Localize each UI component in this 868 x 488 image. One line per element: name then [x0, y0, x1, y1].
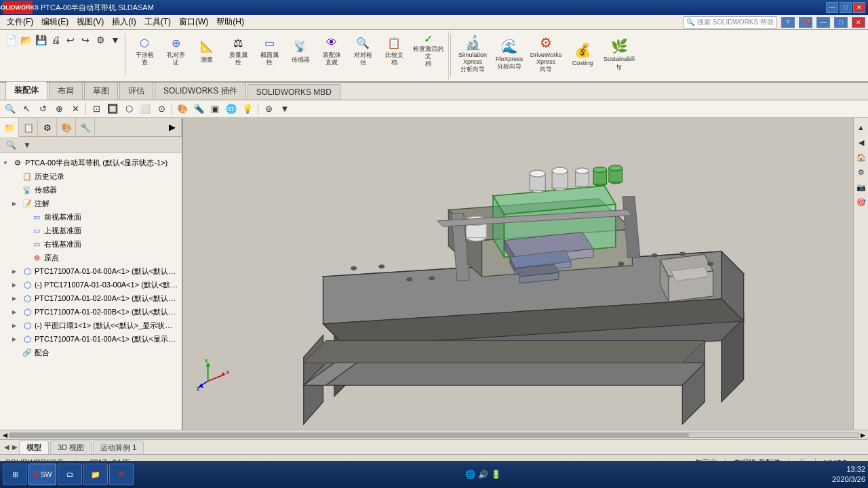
panel-filter-button[interactable]: 🔍	[4, 138, 18, 152]
sensors-button[interactable]: 📡 传感器	[285, 33, 315, 68]
tree-item-right-plane[interactable]: ▭ 右视基准面	[0, 237, 182, 251]
help-search-box[interactable]: 🔍 搜索 SOLIDWORKS 帮助	[683, 16, 777, 28]
drive-works-xpress-button[interactable]: ⚙ DriveWorksXpress向导	[528, 33, 564, 75]
dropdown-button[interactable]: ▼	[108, 33, 122, 47]
tree-item-comp5[interactable]: ▶ ⬡ (-) 平面口環1<1> (默认<<默认>_显示状态 1>)	[0, 319, 182, 332]
close-panel-button[interactable]: ✕	[852, 17, 865, 28]
iconbar-view-4-button[interactable]: ⬜	[138, 102, 153, 117]
check-active-doc-button[interactable]: ✓ 检查激活的文档	[410, 33, 446, 68]
redo-button[interactable]: ↪	[79, 33, 92, 47]
bottom-tab-motion[interactable]: 运动算例 1	[93, 441, 144, 454]
hole-alignment-button[interactable]: ⊕ 孔对齐证	[161, 33, 191, 68]
panel-tab-custom[interactable]: 🔧	[76, 118, 95, 137]
costing-button[interactable]: 💰 Costing	[565, 33, 600, 75]
menu-item-insert[interactable]: 插入(I)	[108, 15, 140, 29]
save-button[interactable]: 💾	[34, 33, 47, 47]
tree-item-comp6[interactable]: ▶ ⬡ PTC171007A-01-01-00A<1> (默认<显示状态-...	[0, 332, 182, 346]
flo-xpress-button[interactable]: 🌊 FloXpress分析向导	[492, 33, 527, 75]
right-icon-6[interactable]: 🎯	[854, 195, 868, 209]
right-icon-5[interactable]: 📷	[854, 180, 868, 194]
iconbar-add-button[interactable]: ⊕	[52, 102, 66, 117]
tree-item-comp4[interactable]: ▶ ⬡ PTC171007A-01-02-00B<1> (默认<默认_显...	[0, 305, 182, 319]
sustainability-button[interactable]: 🌿 Sustainability	[601, 33, 637, 75]
measure-button[interactable]: 📐 测量	[192, 33, 222, 68]
iconbar-rotate-button[interactable]: ↺	[35, 102, 50, 117]
right-icon-2[interactable]: ◀	[854, 136, 868, 149]
minimize-button[interactable]: —	[826, 2, 838, 13]
iconbar-globe-button[interactable]: 🌐	[224, 102, 239, 117]
menu-item-edit[interactable]: 编辑(E)	[37, 15, 73, 29]
menu-item-view[interactable]: 视图(V)	[73, 15, 108, 29]
iconbar-bulb-button[interactable]: 💡	[240, 102, 255, 117]
menu-item-window[interactable]: 窗口(W)	[175, 15, 212, 29]
tab-assembly[interactable]: 装配体	[5, 81, 47, 100]
minimize-panel-button[interactable]: —	[816, 17, 830, 28]
tree-item-root[interactable]: ▼ ⚙ PTCA-00半自动耳带机 (默认<显示状态-1>)	[0, 156, 182, 169]
maximize-button[interactable]: □	[840, 2, 852, 13]
tree-item-top-plane[interactable]: ▭ 上视基准面	[0, 224, 182, 237]
tree-item-origin[interactable]: ⊕ 原点	[0, 251, 182, 264]
section-properties-button[interactable]: ▭ 截面属性	[254, 33, 284, 68]
close-button[interactable]: ✕	[853, 2, 865, 13]
iconbar-tool-1[interactable]: ⊚	[261, 102, 276, 117]
iconbar-close-button[interactable]: ✕	[68, 102, 83, 117]
assembly-visual-button[interactable]: 👁 装配体直观	[317, 33, 347, 68]
help-button[interactable]: ?	[781, 17, 795, 28]
tray-battery-icon[interactable]: 🔋	[491, 470, 501, 479]
3d-viewport[interactable]: □ X	[183, 118, 853, 430]
tab-solidworks-mbd[interactable]: SOLIDWORKS MBD	[248, 84, 340, 100]
tree-item-front-plane[interactable]: ▭ 前视基准面	[0, 210, 182, 224]
tab-evaluate[interactable]: 评估	[119, 82, 153, 100]
right-icon-3[interactable]: 🏠	[854, 150, 868, 164]
print-button[interactable]: 🖨	[49, 33, 62, 47]
scroll-left-button[interactable]: ◀	[1, 432, 9, 439]
interference-check-button[interactable]: ⬡ 干涉检查	[130, 33, 159, 68]
scroll-right-button[interactable]: ▶	[859, 432, 867, 439]
tree-item-comp3[interactable]: ▶ ⬡ PTC171007A-01-02-00A<1> (默认<默认_显示...	[0, 291, 182, 305]
maximize-panel-button[interactable]: □	[834, 17, 848, 28]
tab-solidworks-addins[interactable]: SOLIDWORKS 插件	[155, 82, 246, 100]
tree-item-comp1[interactable]: ▶ ⬡ PTC171007A-01-04-00A<1> (默认<默认_显示...	[0, 264, 182, 278]
taskbar-app-folder[interactable]: 📁	[83, 464, 108, 485]
scrollbar-track[interactable]	[9, 432, 859, 438]
taskbar-app-explorer[interactable]: 🗂	[58, 464, 82, 485]
simulation-xpress-button[interactable]: 🔬 SimulationXpress分析向导	[455, 33, 490, 75]
iconbar-tool-2[interactable]: ▼	[277, 102, 292, 117]
bottom-tab-3dview[interactable]: 3D 视图	[50, 441, 92, 454]
undo-button[interactable]: ↩	[64, 33, 77, 47]
panel-tab-appearance[interactable]: 🎨	[57, 118, 76, 137]
panel-tab-config[interactable]: ⚙	[38, 118, 57, 137]
iconbar-section-button[interactable]: ▣	[208, 102, 222, 117]
geometry-analysis-button[interactable]: 📋 比较文档	[379, 33, 409, 68]
panel-tab-property[interactable]: 📋	[19, 118, 38, 137]
horizontal-scrollbar[interactable]: ◀ ▶	[0, 430, 868, 439]
tab-layout[interactable]: 布局	[49, 82, 83, 100]
tree-item-comp2[interactable]: ▶ ⬡ (-) PTC171007A-01-03-00A<1> (默认<默认_.…	[0, 278, 182, 291]
right-icon-4[interactable]: ⚙	[854, 165, 868, 179]
bottom-scroll-right[interactable]: ▶	[11, 443, 19, 451]
bottom-scroll-left[interactable]: ◀	[3, 443, 11, 451]
start-button[interactable]: ⊞	[3, 464, 27, 485]
tree-item-mates[interactable]: 🔗 配合	[0, 346, 182, 359]
panel-tab-feature[interactable]: 📁	[0, 118, 19, 137]
menu-item-file[interactable]: 文件(F)	[3, 15, 37, 29]
settings-button[interactable]: ⚙	[94, 33, 107, 47]
mass-properties-button[interactable]: ⚖ 质量属性	[223, 33, 253, 68]
taskbar-app-sw[interactable]: S SW	[28, 464, 56, 485]
new-button[interactable]: 📄	[4, 33, 18, 47]
pin-button[interactable]: 📌	[799, 17, 812, 28]
iconbar-view-2-button[interactable]: 🔲	[105, 102, 120, 117]
compare-docs-button[interactable]: 🔍 对对检估	[348, 33, 378, 68]
taskbar-app-ppt[interactable]: P	[109, 464, 134, 485]
tree-item-notes[interactable]: ▶ 📝 注解	[0, 197, 182, 210]
taskbar-datetime[interactable]: 13:32 2020/3/26	[832, 464, 865, 485]
tree-item-sensors[interactable]: 📡 传感器	[0, 183, 182, 197]
bottom-tab-model[interactable]: 模型	[19, 441, 49, 454]
panel-dropdown-button[interactable]: ▼	[20, 138, 34, 152]
open-button[interactable]: 📂	[19, 33, 33, 47]
menu-item-help[interactable]: 帮助(H)	[212, 15, 248, 29]
panel-expand-arrow[interactable]: ▶	[163, 118, 182, 137]
iconbar-pointer-button[interactable]: ↖	[19, 102, 34, 117]
menu-item-tools[interactable]: 工具(T)	[140, 15, 175, 29]
iconbar-color-button[interactable]: 🎨	[175, 102, 190, 117]
